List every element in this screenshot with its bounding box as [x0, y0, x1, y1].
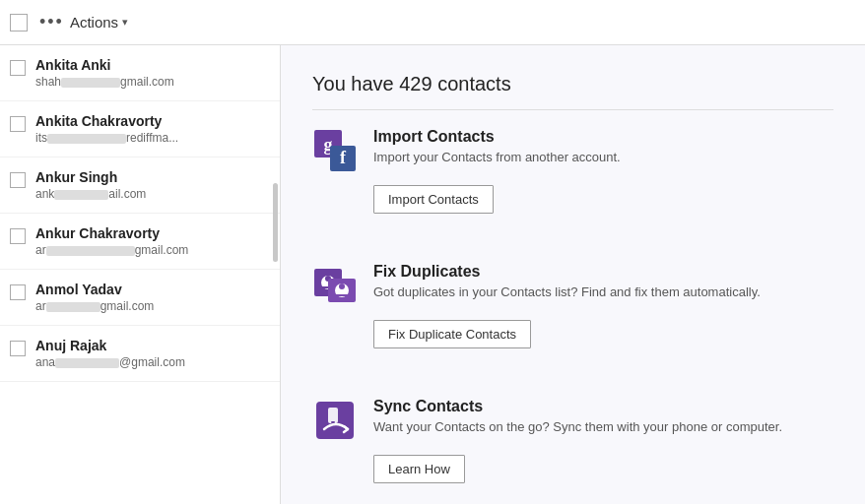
- contact-email: ankail.com: [35, 187, 233, 201]
- app-container: ••• Actions ▾ Ankita Ankishahgmail.comAn…: [0, 0, 865, 504]
- select-all-checkbox[interactable]: [10, 14, 28, 32]
- svg-point-10: [339, 284, 345, 289]
- contact-name: Ankita Chakravorty: [35, 113, 268, 129]
- sync-contacts-text: Sync Contacts Want your Contacts on the …: [373, 398, 833, 444]
- contact-checkbox[interactable]: [10, 172, 26, 188]
- sync-contacts-desc: Want your Contacts on the go? Sync them …: [373, 419, 833, 434]
- import-contacts-button[interactable]: Import Contacts: [373, 185, 494, 214]
- fix-duplicates-text: Fix Duplicates Got duplicates in your Co…: [373, 263, 833, 309]
- fix-duplicates-title: Fix Duplicates: [373, 263, 833, 281]
- sync-contacts-header: Sync Contacts Want your Contacts on the …: [312, 398, 833, 445]
- contact-name: Ankita Anki: [35, 57, 268, 73]
- contacts-count-title: You have 429 contacts: [312, 73, 833, 110]
- actions-menu[interactable]: Actions ▾: [70, 14, 128, 31]
- chevron-down-icon: ▾: [122, 16, 128, 29]
- contact-info: Anmol Yadavargmail.com: [35, 282, 268, 313]
- contact-email: ana@gmail.com: [35, 355, 233, 369]
- contact-item[interactable]: Anmol Yadavargmail.com: [0, 270, 280, 326]
- contacts-list: Ankita Ankishahgmail.comAnkita Chakravor…: [0, 45, 280, 382]
- contact-name: Anmol Yadav: [35, 282, 268, 297]
- contact-info: Ankur Chakravortyargmail.com: [35, 225, 268, 257]
- sync-contacts-icon: [312, 398, 360, 445]
- svg-rect-13: [328, 408, 338, 423]
- contact-checkbox[interactable]: [10, 60, 26, 76]
- fix-duplicates-button[interactable]: Fix Duplicate Contacts: [373, 320, 531, 348]
- contact-name: Anuj Rajak: [35, 338, 268, 353]
- contact-checkbox[interactable]: [10, 284, 26, 300]
- sync-contacts-section: Sync Contacts Want your Contacts on the …: [312, 398, 833, 504]
- actions-label: Actions: [70, 14, 118, 31]
- contact-email: itsrediffma...: [35, 131, 233, 145]
- contact-info: Ankur Singhankail.com: [35, 169, 268, 201]
- import-contacts-header: g f Import Contacts Import your Contacts…: [312, 128, 833, 175]
- fix-duplicates-icon: [312, 263, 360, 310]
- contact-checkbox[interactable]: [10, 116, 26, 132]
- more-options-icon: •••: [39, 12, 64, 32]
- contact-item[interactable]: Ankur Chakravortyargmail.com: [0, 214, 280, 270]
- contact-info: Anuj Rajakana@gmail.com: [35, 338, 268, 369]
- contact-email: shahgmail.com: [35, 75, 233, 89]
- svg-text:f: f: [340, 148, 347, 167]
- import-contacts-desc: Import your Contacts from another accoun…: [373, 150, 833, 164]
- contact-item[interactable]: Ankur Singhankail.com: [0, 158, 280, 214]
- import-contacts-section: g f Import Contacts Import your Contacts…: [312, 128, 833, 235]
- fix-duplicates-header: Fix Duplicates Got duplicates in your Co…: [312, 263, 833, 310]
- import-contacts-title: Import Contacts: [373, 128, 833, 146]
- sync-contacts-title: Sync Contacts: [373, 398, 833, 415]
- contact-email: argmail.com: [35, 243, 233, 257]
- svg-rect-14: [331, 421, 335, 423]
- contact-item[interactable]: Anuj Rajakana@gmail.com: [0, 326, 280, 382]
- right-panel: You have 429 contacts g f Import C: [281, 45, 865, 504]
- contact-name: Ankur Chakravorty: [35, 225, 268, 241]
- import-contacts-icon: g f: [312, 128, 360, 175]
- main-content: Ankita Ankishahgmail.comAnkita Chakravor…: [0, 45, 865, 504]
- contact-name: Ankur Singh: [35, 169, 268, 185]
- contact-item[interactable]: Ankita Chakravortyitsrediffma...: [0, 101, 280, 158]
- contact-checkbox[interactable]: [10, 341, 26, 356]
- contact-email: argmail.com: [35, 299, 233, 313]
- contact-info: Ankita Chakravortyitsrediffma...: [35, 113, 268, 145]
- learn-how-button[interactable]: Learn How: [373, 455, 465, 483]
- contact-checkbox[interactable]: [10, 228, 26, 244]
- contact-item[interactable]: Ankita Ankishahgmail.com: [0, 45, 280, 101]
- scrollbar[interactable]: [273, 183, 278, 262]
- contact-info: Ankita Ankishahgmail.com: [35, 57, 268, 89]
- import-contacts-text: Import Contacts Import your Contacts fro…: [373, 128, 833, 174]
- fix-duplicates-section: Fix Duplicates Got duplicates in your Co…: [312, 263, 833, 370]
- contacts-panel: Ankita Ankishahgmail.comAnkita Chakravor…: [0, 45, 281, 504]
- toolbar: ••• Actions ▾: [0, 0, 865, 45]
- fix-duplicates-desc: Got duplicates in your Contacts list? Fi…: [373, 284, 833, 299]
